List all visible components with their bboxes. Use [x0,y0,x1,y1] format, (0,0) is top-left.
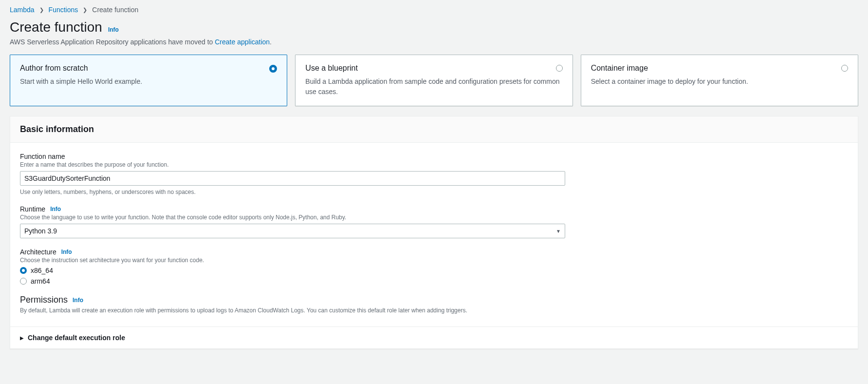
radio-unselected-icon [20,278,27,285]
panel-heading: Basic information [20,124,848,134]
architecture-option-arm[interactable]: arm64 [20,277,848,285]
chevron-right-icon: ❯ [83,7,87,13]
card-use-blueprint[interactable]: Use a blueprint Build a Lambda applicati… [295,55,573,106]
runtime-value: Python 3.9 [24,227,57,235]
card-title: Container image [591,64,848,73]
function-name-note: Use only letters, numbers, hyphens, or u… [20,189,848,195]
radio-unselected-icon [841,65,848,72]
radio-selected-icon [20,267,27,274]
function-name-hint: Enter a name that describes the purpose … [20,161,848,168]
breadcrumb-current: Create function [92,6,138,14]
card-desc: Build a Lambda application from sample c… [305,77,562,97]
permissions-group: Permissions Info By default, Lambda will… [20,295,848,314]
subtitle-prefix: AWS Serverless Application Repository ap… [10,38,215,46]
permissions-info-link[interactable]: Info [73,297,83,304]
architecture-info-link[interactable]: Info [61,249,72,255]
runtime-hint: Choose the language to use to write your… [20,214,848,221]
creation-mode-cards: Author from scratch Start with a simple … [10,55,858,106]
triangle-right-icon: ▶ [20,335,24,341]
runtime-select[interactable]: Python 3.9 ▼ [20,224,565,238]
panel-body: Function name Enter a name that describe… [10,143,858,326]
subtitle-suffix: . [270,38,272,46]
architecture-group: Architecture Info Choose the instruction… [20,248,848,285]
architecture-option-label: arm64 [31,277,50,285]
architecture-option-x86[interactable]: x86_64 [20,267,848,274]
architecture-label: Architecture [20,248,56,256]
caret-down-icon: ▼ [556,229,561,234]
function-name-group: Function name Enter a name that describe… [20,153,848,195]
permissions-desc: By default, Lambda will create an execut… [20,307,848,314]
permissions-label: Permissions [20,295,68,305]
runtime-group: Runtime Info Choose the language to use … [20,205,848,238]
architecture-hint: Choose the instruction set architecture … [20,257,848,264]
breadcrumb-lambda[interactable]: Lambda [10,6,35,14]
page-info-link[interactable]: Info [108,26,119,33]
card-title: Author from scratch [20,64,277,73]
card-title: Use a blueprint [305,64,562,73]
function-name-input[interactable] [20,171,565,186]
card-author-from-scratch[interactable]: Author from scratch Start with a simple … [10,55,287,106]
panel-header: Basic information [10,116,858,143]
page-subtitle: AWS Serverless Application Repository ap… [10,38,858,46]
expander-label: Change default execution role [28,334,125,342]
breadcrumb: Lambda ❯ Functions ❯ Create function [10,6,858,14]
page-title: Create function [10,19,102,35]
runtime-label: Runtime [20,205,45,213]
page-title-row: Create function Info [10,19,858,35]
architecture-option-label: x86_64 [31,267,53,274]
card-container-image[interactable]: Container image Select a container image… [581,55,858,106]
card-desc: Start with a simple Hello World example. [20,77,277,87]
change-default-execution-role-expander[interactable]: ▶ Change default execution role [10,326,858,348]
breadcrumb-functions[interactable]: Functions [49,6,78,14]
create-application-link[interactable]: Create application [215,38,270,46]
card-desc: Select a container image to deploy for y… [591,77,848,87]
function-name-label: Function name [20,153,65,160]
chevron-right-icon: ❯ [39,7,44,13]
radio-unselected-icon [556,65,563,72]
runtime-info-link[interactable]: Info [50,206,61,212]
basic-information-panel: Basic information Function name Enter a … [10,116,858,349]
